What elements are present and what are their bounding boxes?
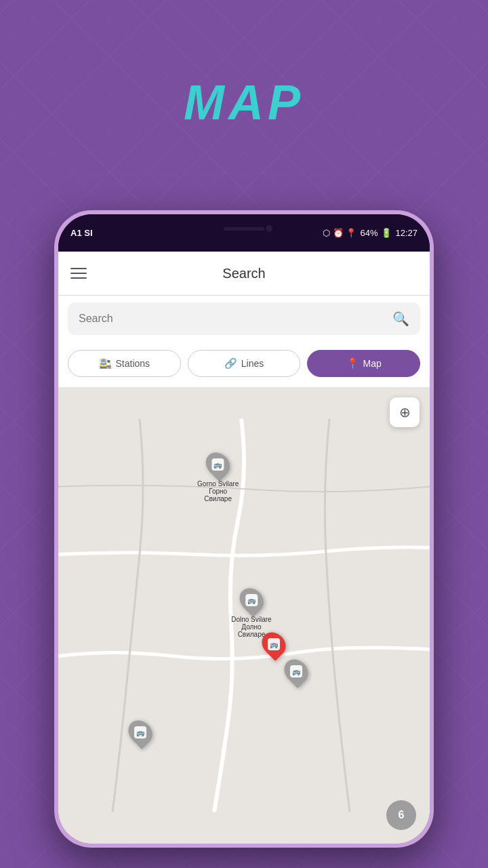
phone-screen: Search 🔍 🚉 Stations 🔗 Lines [58, 252, 430, 844]
marker-small1[interactable]: 🚌 [285, 658, 307, 684]
map-area: ⊕ 🚌 Gorno Svilare Горно Свиларе [58, 387, 430, 844]
map-icon: 📍 [346, 357, 359, 370]
header-title: Search [222, 266, 265, 281]
hamburger-line-1 [70, 268, 87, 269]
phone-inner: A1 SI ⬡ ⏰ 📍 64% 🔋 12:27 Search [58, 214, 430, 844]
marker-bottom[interactable]: 🚌 [129, 719, 151, 745]
marker-pin-inner-4: 🚌 [290, 665, 302, 677]
status-icons: ⬡ ⏰ 📍 [323, 228, 357, 238]
phone-frame: A1 SI ⬡ ⏰ 📍 64% 🔋 12:27 Search [54, 210, 434, 848]
tab-map-label: Map [363, 358, 382, 369]
phone-speaker [224, 227, 264, 231]
status-battery: 64% [360, 228, 378, 238]
marker-gornostvilare-label: Gorno Svilare Горно Свиларе [197, 480, 239, 502]
phone-notch [197, 221, 291, 236]
crosshair-icon: ⊕ [399, 404, 411, 420]
hamburger-menu-button[interactable] [70, 268, 87, 279]
marker-pin-inner: 🚌 [212, 458, 224, 471]
marker-pin-inner-2: 🚌 [245, 594, 258, 606]
marker-pin-inner-5: 🚌 [134, 726, 146, 738]
phone-camera [266, 225, 272, 232]
status-time: 12:27 [395, 228, 418, 238]
hamburger-line-2 [70, 273, 87, 274]
page-title: MAP [0, 75, 488, 130]
tab-lines-label: Lines [241, 358, 264, 369]
search-icon[interactable]: 🔍 [392, 311, 409, 327]
tab-stations[interactable]: 🚉 Stations [68, 350, 181, 377]
lines-icon: 🔗 [224, 357, 237, 370]
status-right: ⬡ ⏰ 📍 64% 🔋 12:27 [323, 228, 418, 238]
status-battery-icon: 🔋 [381, 228, 392, 238]
app-header: Search [58, 252, 430, 296]
tab-stations-label: Stations [116, 358, 150, 369]
map-badge-number: 6 [386, 800, 416, 830]
search-input-wrap: 🔍 [68, 302, 420, 335]
marker-gornostvilare[interactable]: 🚌 Gorno Svilare Горно Свиларе [197, 452, 239, 502]
status-carrier: A1 SI [70, 228, 93, 238]
tab-map[interactable]: 📍 Map [307, 350, 420, 377]
hamburger-line-3 [70, 277, 87, 279]
marker-pin-inner-3: 🚌 [268, 638, 280, 650]
search-container: 🔍 [68, 302, 420, 335]
tab-lines[interactable]: 🔗 Lines [188, 350, 301, 377]
marker-dolnosvilare[interactable]: 🚌 Dolno Svilare Долно Свиларе [231, 587, 271, 638]
marker-pin-dolnosvilare: 🚌 [235, 583, 268, 616]
search-input[interactable] [79, 313, 392, 325]
filter-tabs: 🚉 Stations 🔗 Lines 📍 Map [68, 350, 420, 377]
stations-icon: 🚉 [99, 357, 112, 370]
location-button[interactable]: ⊕ [390, 397, 420, 427]
marker-pin-gornostvilare: 🚌 [201, 448, 235, 481]
marker-active[interactable]: 🚌 [263, 631, 285, 657]
